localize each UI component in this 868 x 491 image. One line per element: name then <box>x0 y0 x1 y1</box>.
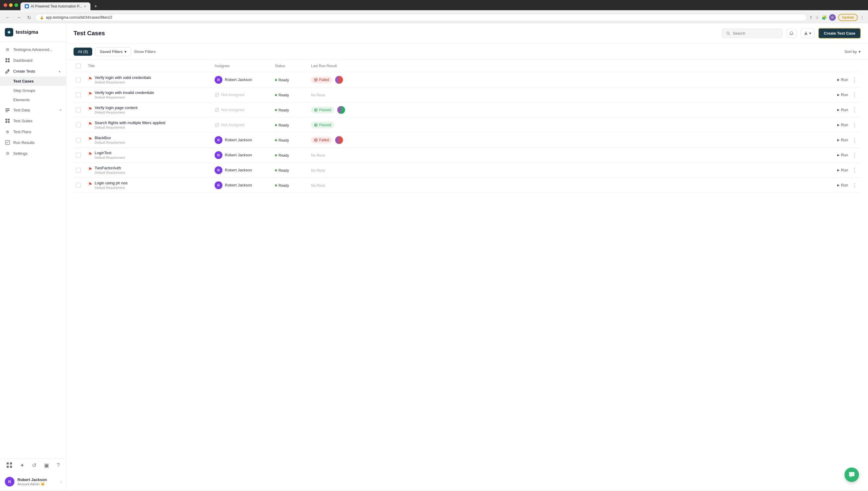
priority-flag-icon: ⚑ <box>88 76 92 82</box>
more-options-button[interactable]: ⋮ <box>850 92 858 98</box>
sidebar-item-step-groups[interactable]: Step Groups <box>0 86 66 95</box>
export-button[interactable]: ▾ <box>801 29 815 38</box>
user-info[interactable]: R Robert Jackson Account Admin 👑 › <box>0 473 66 490</box>
address-bar[interactable]: 🔒 app.testsigma.com/ui/td/34/cases/filte… <box>35 14 807 21</box>
saved-filters-button[interactable]: Saved Filters ▾ <box>95 47 131 56</box>
more-options-button[interactable]: ⋮ <box>850 182 858 189</box>
result-badge: Failed <box>311 77 332 83</box>
run-button[interactable]: ▶ Run <box>837 153 848 157</box>
play-icon: ▶ <box>837 153 840 156</box>
run-button[interactable]: ▶ Run <box>837 108 848 112</box>
browser-tabs: AI Powered Test Automation P... ✕ + <box>21 2 100 10</box>
row-checkbox-4[interactable] <box>76 123 81 127</box>
main-header: Test Cases ▾ Create Test Case <box>66 23 868 44</box>
sidebar-item-dashboard[interactable]: Dashboard <box>0 55 66 66</box>
select-all-checkbox[interactable] <box>76 63 81 68</box>
profiles-icon[interactable]: R <box>829 14 836 21</box>
row-checkbox-3[interactable] <box>76 108 81 112</box>
sidebar-item-workspace[interactable]: ⊞ Testsigma Advanced... <box>0 44 66 55</box>
sort-by-control[interactable]: Sort by ▾ <box>844 49 861 54</box>
run-button[interactable]: ▶ Run <box>837 92 848 97</box>
tab-close-icon[interactable]: ✕ <box>84 5 86 8</box>
svg-point-2 <box>8 31 10 33</box>
status-dot <box>275 169 277 171</box>
share-icon[interactable]: ⇧ <box>809 15 813 20</box>
bookmark-icon[interactable]: ☆ <box>815 15 819 20</box>
test-case-title[interactable]: Login using ph nos <box>95 181 128 185</box>
sidebar-bottom-icons: ✦ ↺ ▣ ? <box>0 458 66 473</box>
row-checkbox-8[interactable] <box>76 183 81 187</box>
bookmark-nav-icon[interactable]: ▣ <box>44 462 49 470</box>
row-checkbox-2[interactable] <box>76 92 81 97</box>
run-button[interactable]: ▶ Run <box>837 138 848 142</box>
test-case-title[interactable]: Verify login with valid credentials <box>95 75 151 80</box>
svg-rect-10 <box>5 119 7 120</box>
bell-icon <box>789 31 793 35</box>
saved-filters-chevron: ▾ <box>124 49 127 54</box>
table-container: Title Assignee Status Last Run Result ⚑ … <box>66 60 868 490</box>
maximize-button[interactable] <box>15 3 18 7</box>
more-options-button[interactable]: ⋮ <box>850 152 858 158</box>
sidebar-item-run-results[interactable]: Run Results <box>0 137 66 148</box>
more-options-button[interactable]: ⋮ <box>850 167 858 174</box>
row-checkbox-5[interactable] <box>76 138 81 143</box>
refresh-button[interactable]: ↻ <box>25 14 33 21</box>
sidebar-item-create-tests[interactable]: Create Tests ▲ <box>0 66 66 77</box>
title-cell: ⚑ Verify login with valid credentials De… <box>88 75 210 84</box>
more-options-button[interactable]: ⋮ <box>850 137 858 143</box>
assignee-avatar: R <box>215 136 222 144</box>
table-row: ⚑ Verify login with invalid credentials … <box>74 87 861 103</box>
update-button[interactable]: Update <box>838 14 858 21</box>
search-bar[interactable] <box>722 29 782 38</box>
row-checkbox-1[interactable] <box>76 78 81 82</box>
forward-button[interactable]: → <box>15 14 23 21</box>
search-icon <box>726 31 730 35</box>
apps-icon[interactable] <box>6 462 12 470</box>
chat-fab-button[interactable] <box>844 467 859 482</box>
assignee-cell: R Robert Jackson <box>215 76 270 84</box>
test-case-title[interactable]: LoginTest <box>95 151 125 155</box>
run-button[interactable]: ▶ Run <box>837 168 848 172</box>
edit-icon <box>5 68 10 74</box>
all-filter-button[interactable]: All (8) <box>74 48 92 56</box>
sidebar-item-test-cases[interactable]: Test Cases <box>0 77 66 86</box>
close-button[interactable] <box>4 3 7 7</box>
run-button[interactable]: ▶ Run <box>837 78 848 82</box>
row-checkbox-7[interactable] <box>76 168 81 173</box>
search-input[interactable] <box>733 31 775 35</box>
extensions-icon[interactable]: 🧩 <box>821 15 827 20</box>
failed-icon <box>314 138 318 142</box>
more-options-button[interactable]: ⋮ <box>850 77 858 83</box>
refresh-icon[interactable]: ↺ <box>32 462 36 470</box>
active-tab[interactable]: AI Powered Test Automation P... ✕ <box>21 2 90 10</box>
status-dot <box>275 154 277 156</box>
more-options-icon[interactable]: ⋮ <box>860 15 864 20</box>
row-checkbox-6[interactable] <box>76 153 81 157</box>
traffic-lights <box>4 3 18 7</box>
test-case-title[interactable]: BlackBox <box>95 136 125 140</box>
create-test-case-button[interactable]: Create Test Case <box>818 28 861 38</box>
sidebar-item-test-data[interactable]: Test Data ▾ <box>0 105 66 115</box>
help-icon[interactable]: ? <box>57 462 60 470</box>
show-filters-button[interactable]: Show Filters <box>134 49 156 54</box>
minimize-button[interactable] <box>9 3 13 7</box>
test-case-title[interactable]: Verify login page content <box>95 106 137 110</box>
test-case-title[interactable]: Search flights with multiple filters app… <box>95 120 165 125</box>
sidebar-item-test-plans[interactable]: ⊕ Test Plans <box>0 126 66 137</box>
more-options-button[interactable]: ⋮ <box>850 107 858 113</box>
sidebar-item-settings[interactable]: ⚙ Settings <box>0 148 66 159</box>
run-button[interactable]: ▶ Run <box>837 123 848 127</box>
plans-icon: ⊕ <box>5 129 10 134</box>
sidebar-item-elements[interactable]: Elements <box>0 95 66 105</box>
new-tab-button[interactable]: + <box>92 3 100 10</box>
notification-button[interactable] <box>786 29 797 38</box>
tab-favicon <box>25 4 29 8</box>
back-button[interactable]: ← <box>4 14 12 21</box>
sidebar-item-test-suites[interactable]: Test Suites <box>0 115 66 126</box>
test-case-title[interactable]: Verify login with invalid credentials <box>95 90 154 95</box>
run-button[interactable]: ▶ Run <box>837 183 848 187</box>
test-case-title[interactable]: TwoFactorAuth <box>95 166 125 170</box>
star-icon[interactable]: ✦ <box>20 462 24 470</box>
status-column-header: Status <box>273 60 309 72</box>
more-options-button[interactable]: ⋮ <box>850 122 858 128</box>
